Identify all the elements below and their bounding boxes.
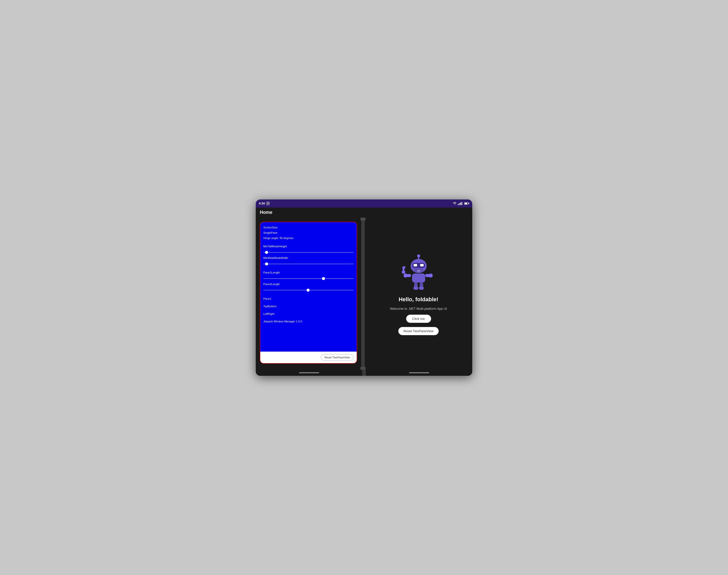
svg-rect-5 [420, 264, 424, 267]
svg-point-17 [419, 286, 424, 290]
left-content-wrapper: ScreenSize SinglePane Hinge angle: 90 de… [260, 222, 357, 364]
battery-icon [464, 202, 469, 205]
two-pane-view: ScreenSize SinglePane Hinge angle: 90 de… [256, 217, 472, 370]
pane2-length-slider[interactable] [263, 288, 354, 293]
device-hinge [361, 217, 365, 370]
svg-point-10 [403, 273, 407, 277]
svg-text:.NET: .NET [417, 270, 421, 271]
svg-point-11 [402, 270, 405, 274]
hinge-angle-label: Hinge angle: 90 degrees [263, 236, 354, 240]
pane1-info-label: Pane1 [263, 297, 354, 300]
robot-svg: .NET [401, 252, 436, 292]
svg-point-16 [413, 286, 418, 290]
welcome-text: Welcome to .NET Multi-platform App UI [390, 307, 447, 310]
accessibility-icon: A [266, 202, 269, 205]
bottom-nav-right [366, 370, 472, 376]
reset-twopane-left-button[interactable]: Reset TwoPaneView [321, 354, 354, 361]
left-bottom-bar: Reset TwoPaneView [260, 351, 357, 363]
min-tall-label: MinTallModeHeight [263, 245, 354, 248]
min-wide-thumb [265, 263, 268, 266]
status-bar-right [452, 201, 469, 206]
click-me-button[interactable]: Click me [406, 314, 431, 323]
svg-rect-8 [412, 273, 425, 282]
pane-right: .NET [365, 217, 472, 370]
left-inner-panel: ScreenSize SinglePane Hinge angle: 90 de… [260, 222, 357, 351]
jetpack-label: Jetpack Window Manager 1.0.0 [263, 320, 354, 323]
pane2-thumb [306, 289, 310, 292]
signal-icon [458, 202, 462, 205]
app-title: Home [260, 210, 272, 215]
bottom-nav-left [256, 370, 362, 376]
single-pane-label: SinglePane [263, 231, 354, 235]
left-right-label: LeftRight [263, 312, 354, 315]
pane1-length-label: Pane1Length [263, 271, 354, 274]
time-display: 4:34 [259, 202, 265, 205]
bottom-nav-bars [256, 370, 472, 376]
reset-twopane-right-button[interactable]: Reset TwoPaneView [398, 327, 439, 335]
pane2-length-label: Pane2Length [263, 282, 354, 285]
svg-point-13 [429, 273, 433, 277]
min-tall-thumb [265, 251, 268, 254]
pane1-thumb [322, 277, 325, 280]
screen-size-label: ScreenSize [263, 226, 354, 230]
app-bar: Home [256, 207, 472, 217]
min-tall-slider[interactable] [263, 250, 354, 255]
device-frame: 4:34 A [256, 200, 472, 376]
status-bar: 4:34 A [256, 200, 472, 207]
min-wide-label: MinWideModeWidth [263, 257, 354, 260]
nav-pill-left [299, 372, 319, 373]
status-bar-left: 4:34 A [259, 202, 269, 205]
top-bottom-label: TopBottom [263, 305, 354, 308]
min-wide-slider[interactable] [263, 262, 354, 267]
bottom-hinge [362, 370, 366, 376]
pane1-length-slider[interactable] [263, 276, 354, 281]
svg-rect-4 [413, 264, 417, 267]
wifi-icon [452, 201, 457, 206]
robot-illustration: .NET [401, 252, 436, 292]
nav-pill-right [409, 372, 429, 373]
hello-foldable-text: Hello, foldable! [399, 296, 438, 303]
pane-left: ScreenSize SinglePane Hinge angle: 90 de… [256, 217, 361, 370]
